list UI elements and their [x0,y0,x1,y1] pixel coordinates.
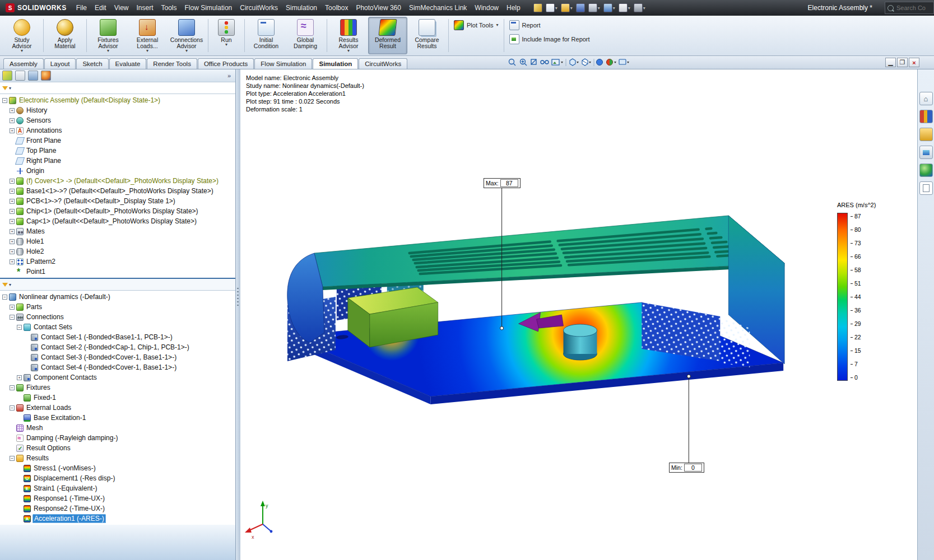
tab-assembly[interactable]: Assembly [3,58,44,69]
expander-icon[interactable] [10,189,15,194]
expander-icon[interactable] [10,305,15,310]
sim-tree-item-fixed-1[interactable]: Fixed-1 [0,393,235,403]
menu-file[interactable]: File [72,1,91,15]
feature-tree-item-history[interactable]: History [0,105,235,115]
expander-icon[interactable] [10,405,15,410]
open-document-button[interactable]: ▾ [561,3,573,12]
task-pane-file-explorer-icon[interactable] [919,128,933,141]
initial-condition-button[interactable]: Initial Condition [247,17,286,54]
menu-flow-simulation[interactable]: Flow Simulation [181,1,236,15]
sim-tree-item-response1[interactable]: Response1 (-Time-UX-) [0,493,235,503]
select-button[interactable]: ▾ [619,3,630,12]
menu-simulation[interactable]: Simulation [282,1,321,15]
zoom-to-area-icon[interactable] [521,59,527,66]
feature-tree-item-hole2[interactable]: Hole2 [0,246,235,256]
graphics-viewport[interactable]: Model name: Electronic Assembly Study na… [240,69,917,560]
menu-toolbox[interactable]: Toolbox [321,1,352,15]
sim-tree-item-displacement1[interactable]: Displacement1 (-Res disp-) [0,473,235,483]
expander-icon[interactable] [10,385,15,390]
sim-tree-item-strain1[interactable]: Strain1 (-Equivalent-) [0,483,235,493]
view-settings-icon[interactable] [541,60,549,64]
feature-tree-item-top-plane[interactable]: Top Plane [0,146,235,156]
search-box[interactable] [885,2,934,14]
filter-funnel-icon[interactable] [2,86,8,90]
feature-tree-item-hole1[interactable]: Hole1 [0,236,235,246]
global-damping-button[interactable]: Global Damping [286,17,325,54]
expander-icon[interactable] [10,108,15,113]
expander-icon[interactable] [2,98,7,103]
displaymanager-tab-icon[interactable] [41,71,51,81]
edit-appearance-icon[interactable] [607,59,617,66]
image-icon[interactable] [552,59,563,65]
expander-icon[interactable] [17,325,22,330]
expander-icon[interactable] [10,456,15,461]
results-advisor-button[interactable]: Results Advisor ▾ [329,17,368,54]
undo-button[interactable]: ▾ [603,3,615,12]
tab-circuitworks[interactable]: CircuitWorks [359,58,407,69]
menu-insert[interactable]: Insert [133,1,157,15]
feature-tree-item-pcb[interactable]: PCB<1>->? (Default<<Default>_Display Sta… [0,196,235,206]
fixtures-advisor-button[interactable]: Fixtures Advisor ▾ [89,17,128,54]
display-style-icon[interactable] [582,59,591,66]
expander-icon[interactable] [10,219,15,224]
zoom-to-fit-icon[interactable] [509,59,516,66]
expander-icon[interactable] [17,375,22,380]
feature-tree-item-base1[interactable]: Base1<1>->? (Default<<Default>_PhotoWork… [0,186,235,196]
apply-scene-icon[interactable] [619,59,629,64]
feature-tree-item-front-plane[interactable]: Front Plane [0,136,235,146]
search-input[interactable] [895,4,931,12]
menu-help[interactable]: Help [503,1,524,15]
menu-window[interactable]: Window [471,1,503,15]
feature-tree-item-point1[interactable]: Point1 [0,267,235,277]
tab-flow-simulation[interactable]: Flow Simulation [254,58,312,69]
sim-tree-item-acceleration1[interactable]: Acceleration1 (-ARES-) [0,514,235,524]
expander-icon[interactable] [10,209,15,214]
feature-tree-item-cap[interactable]: Cap<1> (Default<<Default>_PhotoWorks Dis… [0,216,235,226]
tab-render-tools[interactable]: Render Tools [147,58,197,69]
sim-tree-item-contact-set-3[interactable]: Contact Set-3 (-Bonded<Cover-1, Base1-1>… [0,352,235,362]
feature-tree-item-annotations[interactable]: Annotations [0,125,235,136]
sim-tree-item-external-loads[interactable]: External Loads [0,403,235,413]
task-pane-home-icon[interactable] [919,92,933,105]
task-pane-custom-properties-icon[interactable] [919,181,933,195]
new-document-button[interactable]: ▾ [546,3,557,12]
sim-tree-item-parts[interactable]: Parts [0,302,235,312]
expander-icon[interactable] [10,179,15,184]
expander-icon[interactable] [10,259,15,264]
expander-icon[interactable] [10,229,15,234]
view-orientation-icon[interactable] [570,59,579,66]
sim-tree-item-contact-set-1[interactable]: Contact Set-1 (-Bonded<Base1-1, PCB-1>-) [0,332,235,342]
expander-icon[interactable] [10,249,15,254]
sim-tree-item-results[interactable]: Results [0,453,235,463]
sim-tree-item-stress1[interactable]: Stress1 (-vonMises-) [0,463,235,473]
feature-tree-item-electronic-assembly[interactable]: Electronic Assembly (Default<Display Sta… [0,95,235,105]
feature-tree-item-lpattern2[interactable]: LPattern2 [0,256,235,267]
menu-tools[interactable]: Tools [157,1,181,15]
expander-icon[interactable] [10,239,15,244]
featuremanager-tab-icon[interactable] [2,71,12,81]
minimize-window-button[interactable]: ▁ [885,58,896,67]
expander-icon[interactable] [10,199,15,204]
expander-icon[interactable] [10,118,15,123]
min-annotation-label[interactable]: Min: 0 [669,463,704,473]
feature-tree-item-mates[interactable]: Mates [0,226,235,236]
save-button[interactable] [576,3,585,12]
sim-tree-item-result-options[interactable]: Result Options [0,443,235,453]
study-advisor-button[interactable]: Study Advisor ▾ [2,17,41,54]
menu-view[interactable]: View [110,1,133,15]
hide-show-items-icon[interactable] [597,59,603,66]
sim-tree-item-response2[interactable]: Response2 (-Time-UX-) [0,503,235,514]
max-annotation-label[interactable]: Max: 87 [484,178,521,188]
task-pane-appearances-icon[interactable] [919,164,933,177]
sim-tree-item-mesh[interactable]: Mesh [0,423,235,433]
panel-expand-chevron-icon[interactable]: » [225,72,233,79]
connections-advisor-button[interactable]: Connections Advisor ▾ [167,17,206,54]
plot-tools-button[interactable]: Plot Tools ▾ [454,20,499,30]
restore-window-button[interactable]: ❐ [897,58,908,67]
menu-edit[interactable]: Edit [91,1,110,15]
menu-simmechanics-link[interactable]: SimMechanics Link [405,1,471,15]
sim-tree-item-contact-set-2[interactable]: Contact Set-2 (-Bonded<Cap-1, Chip-1, PC… [0,342,235,352]
feature-tree-item-chip[interactable]: Chip<1> (Default<<Default>_PhotoWorks Di… [0,206,235,216]
run-button[interactable]: Run ▾ [210,17,243,54]
feature-tree-item-right-plane[interactable]: Right Plane [0,156,235,166]
